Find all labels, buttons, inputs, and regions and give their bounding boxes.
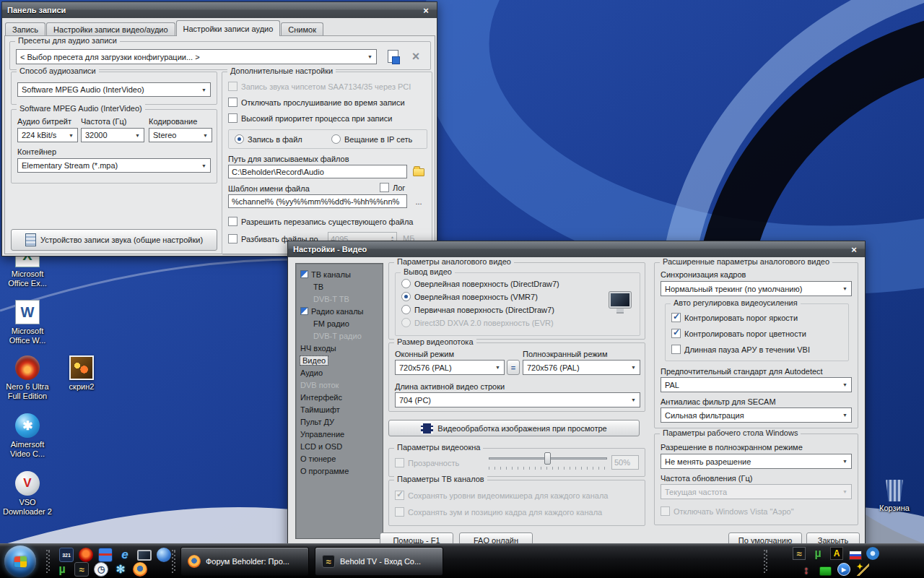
tree-item-timeshift[interactable]: Таймшифт — [296, 403, 383, 415]
audio-method-combo[interactable]: Software MPEG Audio (InterVideo) — [17, 82, 211, 97]
play-badge-icon[interactable] — [837, 563, 850, 576]
radio-broadcast-ip[interactable]: Вещание в IP сеть — [331, 134, 412, 144]
behold-tv-icon[interactable] — [793, 547, 806, 560]
utorrent-icon[interactable] — [811, 547, 824, 560]
taskbar-handle[interactable] — [172, 550, 175, 573]
quick-launch-handle[interactable] — [46, 550, 50, 573]
behold-tv-icon[interactable] — [74, 562, 89, 577]
radio-primary-directdraw7[interactable]: Первичная поверхность (DirectDraw7) — [401, 305, 554, 314]
firefox-icon[interactable] — [133, 562, 147, 577]
secam-filter-combo[interactable]: Сильная фильтрация — [661, 407, 852, 423]
tree-item-remote[interactable]: Пульт ДУ — [296, 415, 383, 428]
tab-record[interactable]: Запись — [5, 22, 45, 36]
settings-titlebar[interactable]: Настройки - Видео — [288, 241, 865, 257]
slider-thumb[interactable] — [544, 452, 551, 465]
checkbox-high-priority[interactable]: Высокий приоритет процесса при записи — [228, 113, 392, 123]
taskbar-button-behold-tv[interactable]: Behold TV - Вход Co... — [315, 547, 443, 576]
audio-device-settings-button[interactable]: Устройство записи звука (общие настройки… — [11, 229, 217, 251]
browse-folder-button[interactable] — [410, 163, 427, 179]
radio-evr[interactable]: Direct3D DXVA 2.0 поверхность (EVR) — [401, 318, 554, 327]
tree-item-video[interactable]: Видео — [296, 354, 383, 366]
desktop-icon-nero[interactable]: Nero 6 Ultra Full Edition — [1, 355, 54, 401]
active-line-length-combo[interactable]: 704 (PC) — [395, 392, 640, 407]
radio-record-to-file[interactable]: Запись в файл — [235, 134, 302, 144]
autodetect-standard-combo[interactable]: PAL — [661, 377, 852, 392]
transparency-slider[interactable] — [489, 452, 607, 471]
radio-overlay-directdraw7[interactable]: Оверлейная поверхность (DirectDraw7) — [401, 279, 559, 288]
tree-item-dvbt-radio[interactable]: DVB-T радио — [296, 329, 383, 342]
checkbox-saa-pci[interactable]: Запись звука чипсетом SAA7134/35 через P… — [228, 82, 411, 91]
fullscreen-resolution-combo[interactable]: Не менять разрешение — [661, 454, 852, 469]
recording-panel-titlebar[interactable]: Панель записи — [2, 2, 437, 18]
desktop-icon-word[interactable]: Microsoft Office W... — [1, 300, 54, 345]
checkbox-log[interactable]: Лог — [380, 183, 405, 192]
red-arrows-icon[interactable] — [800, 563, 813, 576]
delete-preset-button[interactable] — [407, 48, 424, 65]
tree-item-tv[interactable]: ТВ — [296, 280, 383, 293]
container-combo[interactable]: Elementary Stream (*.mpa) — [17, 158, 211, 173]
frequency-combo[interactable]: 32000 — [81, 128, 144, 142]
tree-item-audio[interactable]: Аудио — [296, 366, 383, 379]
tab-video-audio-settings[interactable]: Настройки записи видео/аудио — [46, 22, 175, 36]
tree-item-radio-channels[interactable]: Радио каналы — [296, 305, 383, 317]
internet-explorer-icon[interactable] — [118, 548, 132, 562]
punto-switcher-icon[interactable] — [830, 547, 843, 560]
checkbox-disable-aero[interactable]: Отключать Windows Vista "Аэро" — [661, 506, 794, 516]
desktop-icon-recycle-bin[interactable]: Корзина — [868, 478, 921, 513]
checkbox-mute-while-recording[interactable]: Отключать прослушивание во время записи — [228, 98, 405, 107]
close-icon[interactable] — [848, 244, 860, 254]
tree-item-lcd-osd[interactable]: LCD и OSD — [296, 440, 383, 452]
tab-audio-settings[interactable]: Настройки записи аудио — [176, 20, 281, 36]
start-button[interactable] — [4, 545, 36, 577]
media-player-classic-icon[interactable] — [59, 548, 74, 562]
display-settings-icon[interactable] — [137, 548, 152, 562]
utorrent-icon[interactable] — [55, 562, 69, 577]
refresh-rate-combo[interactable]: Текущая частота — [661, 484, 852, 499]
checkbox-save-zoom-position[interactable]: Сохранять зум и позицию кадра для каждог… — [395, 507, 602, 517]
radio-overlay-vmr7[interactable]: Оверлейная поверхность (VMR7) — [401, 292, 538, 301]
network-globe-icon[interactable] — [157, 548, 171, 562]
checkbox-transparency[interactable]: Прозрачность — [395, 458, 459, 467]
snowflake-icon[interactable] — [113, 562, 128, 577]
tree-item-control[interactable]: Управление — [296, 428, 383, 440]
nero-icon[interactable] — [79, 548, 93, 562]
tree-item-dvbt-tv[interactable]: DVB-T ТВ — [296, 293, 383, 305]
magic-wand-icon[interactable] — [856, 563, 869, 576]
equal-sizes-button[interactable]: = — [507, 360, 520, 375]
russian-flag-icon[interactable] — [849, 548, 862, 561]
tree-item-interface[interactable]: Интерфейс — [296, 391, 383, 403]
tree-item-fm-radio[interactable]: FM радио — [296, 317, 383, 329]
checkbox-long-agc-pause-vbi[interactable]: Длинная пауза АРУ в течении VBI — [671, 345, 810, 354]
checkbox-brightness-threshold[interactable]: Контролировать порог яркости — [671, 313, 798, 322]
encoding-combo[interactable]: Stereo — [149, 128, 212, 142]
tab-snapshot[interactable]: Снимок — [281, 22, 323, 36]
tree-item-lf-inputs[interactable]: НЧ входы — [296, 342, 383, 354]
preset-combo[interactable]: < Выбор пресета для загрузки конфигураци… — [16, 49, 377, 64]
taskbar-button-firefox[interactable]: Форум Beholder: Про... — [180, 547, 309, 576]
record-path-input[interactable]: C:\Beholder\Record\Audio — [228, 165, 407, 178]
window-mode-combo[interactable]: 720x576 (PAL) — [395, 360, 505, 375]
desktop-icon-skrin2[interactable]: скрин2 — [55, 355, 108, 392]
filename-template-input[interactable]: %channel% (%yy%%mm%%dd%-%hh%%nn% — [228, 194, 407, 208]
blue-orb-icon[interactable] — [866, 547, 879, 560]
tree-item-dvb-stream[interactable]: DVB поток — [296, 379, 383, 391]
tree-item-about-program[interactable]: О программе — [296, 465, 383, 477]
tree-item-tv-channels[interactable]: ТВ каналы — [296, 268, 383, 280]
clock-icon[interactable] — [94, 562, 108, 577]
video-processing-button[interactable]: Видеообработка изображения при просмотре — [388, 420, 640, 436]
close-icon[interactable] — [420, 5, 432, 15]
fullscreen-mode-combo[interactable]: 720x576 (PAL) — [523, 360, 640, 375]
desktop-icon-vso-downloader[interactable]: VSO Downloader 2 — [1, 471, 54, 517]
tray-handle[interactable] — [764, 550, 767, 573]
save-preset-button[interactable] — [384, 48, 401, 65]
floppy-save-icon[interactable] — [98, 548, 113, 562]
green-status-icon[interactable] — [819, 564, 832, 577]
checkbox-allow-overwrite[interactable]: Разрешить перезапись существующего файла — [228, 217, 413, 226]
checkbox-save-mixer-levels[interactable]: Сохранять уровни видеомикшера для каждог… — [395, 491, 608, 500]
bitrate-combo[interactable]: 224 kBit/s — [17, 128, 78, 142]
frame-sync-combo[interactable]: Нормальный трекинг (по умолчанию) — [661, 281, 852, 296]
checkbox-chroma-threshold[interactable]: Контролировать порог цветности — [671, 329, 806, 338]
tree-item-about-tuner[interactable]: О тюнере — [296, 452, 383, 465]
desktop-icon-aimersoft[interactable]: Aimersoft Video C... — [1, 413, 54, 459]
template-more-button[interactable]: ... — [411, 194, 426, 208]
